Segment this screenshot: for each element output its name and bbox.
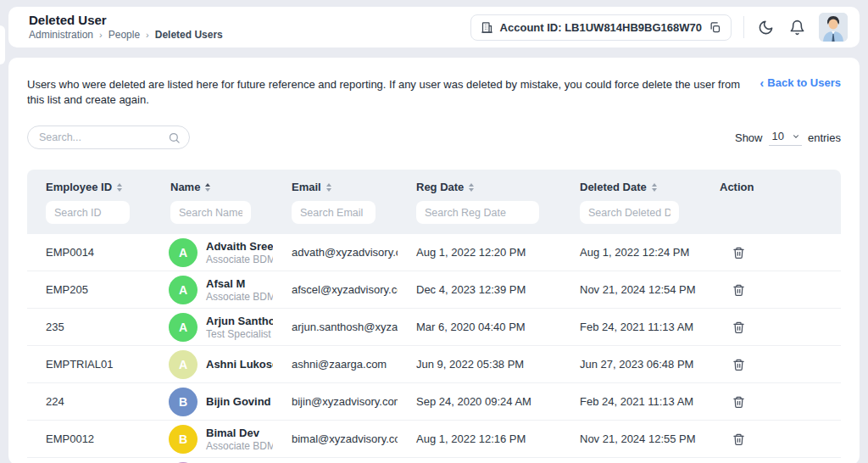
employee-id-cell: EMP0014 <box>27 246 152 259</box>
delete-forever-button[interactable] <box>730 355 748 374</box>
column-header-deleted-date[interactable]: Deleted Date <box>561 181 701 193</box>
entries-control: Show 10 entries <box>735 129 841 146</box>
table-row: EMP0014AAdvaith SreenathAssociate BDMadv… <box>27 234 841 271</box>
user-role: Associate BDM <box>206 440 273 452</box>
breadcrumb-deleted-users: Deleted Users <box>155 29 223 41</box>
email-cell: advath@xyzadvisory.com <box>273 246 398 259</box>
sort-icon <box>326 183 331 192</box>
filter-input-deleted-date[interactable] <box>580 201 679 224</box>
trash-icon <box>732 358 745 371</box>
user-initial-avatar: A <box>169 350 198 379</box>
table-row: 235AArjun SanthoshTest Specialistarjun.s… <box>27 309 841 346</box>
filter-cell-employee-id <box>27 201 152 224</box>
show-label: Show <box>735 131 763 144</box>
column-label: Reg Date <box>416 181 464 193</box>
deleted-date-cell: Feb 24, 2021 11:13 AM <box>561 395 701 408</box>
dark-mode-toggle[interactable] <box>756 18 776 37</box>
name-block: Advaith SreenathAssociate BDM <box>206 240 273 265</box>
column-header-employee-id[interactable]: Employee ID <box>27 181 152 193</box>
copy-icon[interactable] <box>709 21 721 34</box>
employee-id-cell: 224 <box>27 395 152 408</box>
user-name: Bimal Dev <box>206 427 273 439</box>
user-role: Associate BDM <box>206 291 273 303</box>
user-role: Test Specialist <box>206 328 273 340</box>
breadcrumb-people[interactable]: People <box>108 29 140 41</box>
sidebar-peek[interactable] <box>0 25 5 64</box>
filter-input-employee-id[interactable] <box>46 201 130 224</box>
search-icon <box>168 131 181 148</box>
filter-cell-email <box>273 201 398 224</box>
delete-forever-button[interactable] <box>730 393 748 411</box>
column-label: Deleted Date <box>580 181 647 193</box>
delete-forever-button[interactable] <box>730 318 748 337</box>
user-name: Ashni Lukose <box>206 358 273 371</box>
filter-input-reg-date[interactable] <box>416 201 539 224</box>
delete-forever-button[interactable] <box>730 281 748 299</box>
user-initial-avatar: B <box>169 425 198 454</box>
trash-icon <box>732 395 745 409</box>
sort-icon <box>205 183 210 192</box>
reg-date-cell: Sep 24, 2020 09:24 AM <box>398 395 561 408</box>
table-row: EMP0012BBimal DevAssociate BDMbimal@xyza… <box>27 421 841 458</box>
delete-forever-button[interactable] <box>730 430 748 449</box>
table-row: EMP0102DDenzil Userdenzil.user@xyzadviso… <box>27 458 841 463</box>
name-cell: AAshni Lukose <box>152 350 273 379</box>
breadcrumb-administration[interactable]: Administration <box>29 29 93 41</box>
name-block: Afsal MAssociate BDM <box>206 277 273 303</box>
page-title: Deleted User <box>29 14 223 26</box>
name-block: Arjun SanthoshTest Specialist <box>206 315 273 340</box>
filter-input-name[interactable] <box>170 201 251 224</box>
breadcrumb: Administration › People › Deleted Users <box>29 29 223 41</box>
column-header-reg-date[interactable]: Reg Date <box>398 181 561 193</box>
sort-icon <box>652 183 657 192</box>
user-name: Advaith Sreenath <box>206 240 273 253</box>
reg-date-cell: Aug 1, 2022 12:16 PM <box>398 432 561 445</box>
entries-select[interactable]: 10 <box>769 129 802 146</box>
entries-value: 10 <box>772 130 784 142</box>
bell-icon <box>789 20 805 36</box>
search-input[interactable] <box>28 131 189 143</box>
global-search <box>27 126 190 149</box>
table-header: Employee IDNameEmailReg DateDeleted Date… <box>27 170 841 234</box>
deleted-date-cell: Nov 21, 2024 12:54 PM <box>561 283 701 296</box>
user-initial-avatar: B <box>169 388 198 416</box>
back-to-users-link[interactable]: ‹ Back to Users <box>760 76 841 89</box>
user-initial-avatar: A <box>169 238 198 267</box>
filter-cell-action <box>701 201 841 224</box>
sort-icon <box>469 183 474 192</box>
chevron-left-icon: ‹ <box>760 77 765 89</box>
reg-date-cell: Jun 9, 2022 05:38 PM <box>398 358 561 371</box>
info-message: Users who were deleted are listed here f… <box>27 76 743 107</box>
column-header-email[interactable]: Email <box>273 181 398 193</box>
delete-forever-button[interactable] <box>730 243 748 262</box>
filter-input-email[interactable] <box>292 201 376 224</box>
divider <box>743 16 744 38</box>
table-row: EMP205AAfsal MAssociate BDMafscel@xyzadv… <box>27 271 841 309</box>
trash-icon <box>732 246 745 259</box>
chevron-right-icon: › <box>99 30 103 40</box>
column-header-action: Action <box>701 181 841 193</box>
name-cell: AAdvaith SreenathAssociate BDM <box>152 238 273 267</box>
info-row: Users who were deleted are listed here f… <box>27 76 841 107</box>
topbar-left: Deleted User Administration › People › D… <box>29 14 223 41</box>
name-cell: BBimal DevAssociate BDM <box>152 425 273 454</box>
email-cell: arjun.santhosh@xyzad… <box>273 321 398 333</box>
trash-icon <box>732 283 745 297</box>
name-block: Bimal DevAssociate BDM <box>206 427 273 452</box>
column-label: Email <box>292 181 321 193</box>
reg-date-cell: Dec 4, 2023 12:39 PM <box>398 283 561 296</box>
employee-id-cell: EMPTRIAL01 <box>27 358 152 371</box>
name-block: Ashni Lukose <box>206 358 273 371</box>
action-cell <box>701 355 841 374</box>
notifications-button[interactable] <box>787 18 807 37</box>
email-cell: afscel@xyzadvisory.com <box>273 283 398 296</box>
deleted-date-cell: Jun 27, 2023 06:48 PM <box>561 358 701 371</box>
action-cell <box>701 281 841 299</box>
user-role: Associate BDM <box>206 254 273 265</box>
user-name: Arjun Santhosh <box>206 315 273 327</box>
account-id-button[interactable]: Account ID: LB1UW814HB9BG168W70 <box>470 14 732 41</box>
employee-id-cell: EMP205 <box>27 283 152 296</box>
column-header-name[interactable]: Name <box>152 181 273 193</box>
user-avatar[interactable] <box>819 13 848 42</box>
action-cell <box>701 318 841 337</box>
